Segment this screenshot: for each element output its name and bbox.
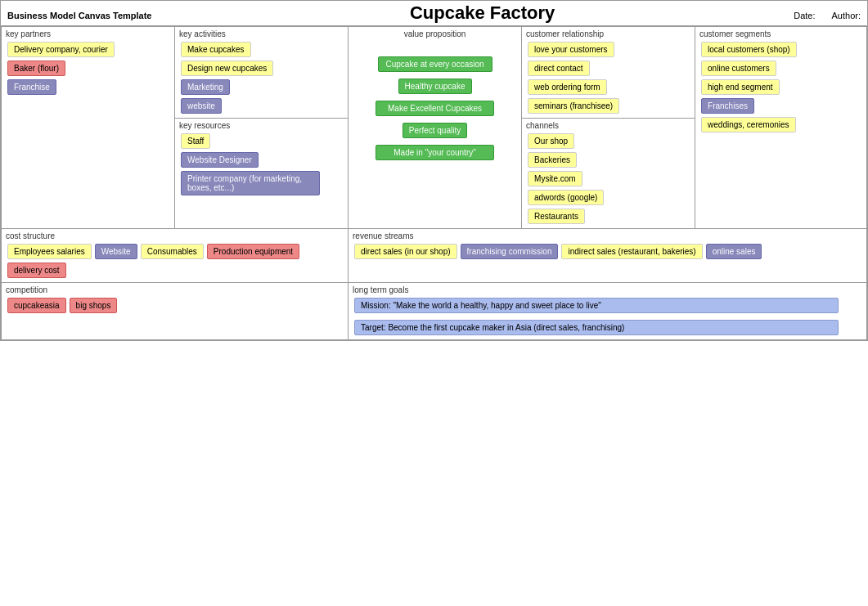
- customer-seg-label: customer segments: [699, 29, 862, 38]
- canvas-title: Cupcake Factory: [171, 2, 794, 24]
- tag-high-end[interactable]: high end segment: [701, 79, 780, 95]
- value-proposition-cell: value proposition Cupcake at every occas…: [349, 27, 522, 229]
- tag-web-order[interactable]: web ordering form: [528, 79, 607, 95]
- tag-shop[interactable]: Our shop: [528, 133, 574, 149]
- key-activities-tags: Make cupcakes Design new cupcakes Market…: [179, 40, 344, 115]
- tag-excellent[interactable]: Make Excellent Cupcakes: [376, 101, 494, 116]
- cost-tags: Employees salaries Website Consumables P…: [6, 242, 344, 280]
- row-4: competition cupcakeasia big shops long t…: [2, 283, 867, 340]
- tag-cupcakeasia[interactable]: cupcakeasia: [7, 298, 66, 313]
- channels-cell: channels Our shop Backeries Mysite.com a…: [522, 119, 695, 229]
- tag-staff[interactable]: Staff: [181, 133, 210, 149]
- tag-indirect-sales[interactable]: indirect sales (restaurant, bakeries): [561, 244, 702, 259]
- header-meta: Date: Author:: [794, 11, 861, 20]
- long-term-goals-cell: long term goals Mission: "Make the world…: [349, 283, 867, 340]
- tag-production[interactable]: Production equipment: [207, 244, 299, 259]
- row-3: cost structure Employees salaries Websit…: [2, 229, 867, 283]
- tag-healthy[interactable]: Healthy cupcake: [398, 79, 472, 94]
- author-label: Author:: [832, 11, 861, 20]
- tag-backeries[interactable]: Backeries: [528, 152, 577, 168]
- tag-delivery[interactable]: Delivery company, courier: [7, 42, 115, 57]
- competition-label: competition: [6, 285, 344, 294]
- goals-tags: Mission: "Make the world a healthy, happ…: [353, 296, 862, 337]
- tag-direct[interactable]: direct contact: [528, 61, 589, 76]
- key-res-label: key resources: [179, 121, 344, 130]
- tag-restaurants[interactable]: Restaurants: [528, 209, 585, 224]
- key-resources-tags: Staff Website Designer Printer company (…: [179, 132, 344, 197]
- date-label: Date:: [794, 11, 815, 20]
- tag-franchise[interactable]: Franchise: [7, 79, 56, 95]
- tag-country[interactable]: Made in "your country": [376, 145, 494, 160]
- tag-quality[interactable]: Perfect quality: [403, 123, 467, 138]
- competition-cell: competition cupcakeasia big shops: [2, 283, 349, 340]
- cost-structure-cell: cost structure Employees salaries Websit…: [2, 229, 349, 283]
- key-activities-cell: key activities Make cupcakes Design new …: [175, 27, 349, 119]
- customer-seg-tags: local customers (shop) online customers …: [699, 40, 862, 134]
- tag-mysite[interactable]: Mysite.com: [528, 171, 582, 186]
- tag-seminars[interactable]: seminars (franchisee): [528, 98, 619, 114]
- tag-make-cupcakes[interactable]: Make cupcakes: [181, 42, 250, 57]
- customer-relationship-cell: customer relationship love your customer…: [522, 27, 695, 119]
- channels-label: channels: [526, 121, 690, 130]
- tag-direct-sales[interactable]: direct sales (in our shop): [354, 244, 457, 259]
- tag-design[interactable]: Design new cupcakes: [181, 61, 273, 76]
- value-prop-tags: Cupcake at every occasion Healthy cupcak…: [353, 55, 517, 162]
- header: Business Model Canvas Template Cupcake F…: [1, 1, 867, 26]
- revenue-label: revenue streams: [353, 231, 862, 240]
- key-resources-cell: key resources Staff Website Designer Pri…: [175, 119, 349, 229]
- key-partners-cell: key partners Delivery company, courier B…: [2, 27, 175, 229]
- row-1: key partners Delivery company, courier B…: [2, 27, 867, 119]
- tag-adwords[interactable]: adwords (google): [528, 190, 604, 205]
- tag-weddings[interactable]: weddings, ceremonies: [701, 117, 796, 132]
- competition-tags: cupcakeasia big shops: [6, 296, 344, 315]
- customer-segments-cell: customer segments local customers (shop)…: [695, 27, 867, 229]
- value-prop-label: value proposition: [353, 29, 517, 38]
- cost-label: cost structure: [6, 231, 344, 240]
- app-title: Business Model Canvas Template: [7, 11, 171, 20]
- tag-cupcake-occasion[interactable]: Cupcake at every occasion: [378, 56, 492, 72]
- tag-local[interactable]: local customers (shop): [701, 42, 797, 57]
- revenue-streams-cell: revenue streams direct sales (in our sho…: [349, 229, 867, 283]
- customer-rel-label: customer relationship: [526, 29, 690, 38]
- tag-love[interactable]: love your customers: [528, 42, 614, 57]
- tag-franchising[interactable]: franchising commission: [461, 244, 559, 259]
- channels-tags: Our shop Backeries Mysite.com adwords (g…: [526, 132, 690, 226]
- tag-franchises[interactable]: Franchises: [701, 98, 754, 114]
- tag-web-designer[interactable]: Website Designer: [181, 152, 259, 168]
- tag-mission[interactable]: Mission: "Make the world a healthy, happ…: [354, 298, 839, 313]
- tag-big-shops[interactable]: big shops: [70, 298, 118, 313]
- tag-marketing[interactable]: Marketing: [181, 79, 230, 95]
- tag-online-cust[interactable]: online customers: [701, 61, 776, 76]
- key-activities-label: key activities: [179, 29, 344, 38]
- tag-website-cost[interactable]: Website: [95, 244, 137, 259]
- tag-delivery-cost[interactable]: delivery cost: [7, 263, 66, 278]
- tag-baker[interactable]: Baker (flour): [7, 61, 65, 76]
- tag-target[interactable]: Target: Become the first cupcake maker i…: [354, 320, 839, 335]
- tag-online-sales[interactable]: online sales: [706, 244, 762, 259]
- key-partners-label: key partners: [6, 29, 170, 38]
- goals-label: long term goals: [353, 285, 862, 294]
- tag-consumables[interactable]: Consumables: [141, 244, 204, 259]
- tag-website-act[interactable]: website: [181, 98, 222, 114]
- canvas-container: Business Model Canvas Template Cupcake F…: [0, 0, 868, 341]
- bmc-table: key partners Delivery company, courier B…: [1, 26, 867, 340]
- revenue-tags: direct sales (in our shop) franchising c…: [353, 242, 862, 261]
- customer-rel-tags: love your customers direct contact web o…: [526, 40, 690, 115]
- key-partners-tags: Delivery company, courier Baker (flour) …: [6, 40, 170, 97]
- tag-printer[interactable]: Printer company (for marketing, boxes, e…: [181, 171, 320, 195]
- tag-salaries[interactable]: Employees salaries: [7, 244, 92, 259]
